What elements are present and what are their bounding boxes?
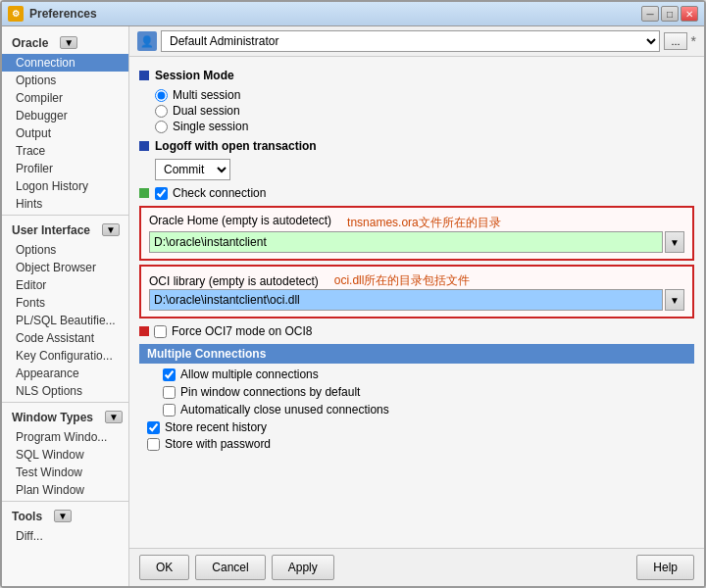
force-oci-checkbox[interactable]: [154, 325, 167, 338]
multiple-connections-header: Multiple Connections: [139, 344, 694, 364]
store-password-row: Store with password: [147, 437, 694, 451]
oracle-home-annotation: tnsnames.ora文件所在的目录: [347, 215, 501, 231]
logoff-section-title: Logoff with open transaction: [155, 139, 317, 153]
tools-group-toggle[interactable]: ▼: [54, 510, 72, 522]
sidebar-item-fonts[interactable]: Fonts: [2, 294, 128, 312]
allow-multiple-checkbox[interactable]: [163, 368, 176, 381]
window-types-group-toggle[interactable]: ▼: [105, 411, 123, 423]
check-connection-row: Check connection: [155, 186, 266, 200]
sidebar-item-logon-history[interactable]: Logon History: [2, 177, 128, 195]
radio-dual-label: Dual session: [173, 104, 240, 118]
maximize-button[interactable]: □: [661, 6, 679, 22]
sidebar-item-code-assistant[interactable]: Code Assistant: [2, 329, 128, 347]
sidebar-item-trace[interactable]: Trace: [2, 142, 128, 160]
ok-button[interactable]: OK: [139, 555, 189, 580]
sidebar-item-hints[interactable]: Hints: [2, 195, 128, 213]
sidebar-item-profiler[interactable]: Profiler: [2, 160, 128, 177]
store-recent-label: Store recent history: [165, 420, 267, 434]
logoff-row: Commit Rollback Ask: [155, 159, 694, 180]
multiple-connections-options: Allow multiple connections Pin window co…: [147, 368, 694, 416]
radio-row-multi: Multi session: [155, 88, 694, 102]
store-password-checkbox[interactable]: [147, 438, 160, 451]
session-mode-title: Session Mode: [155, 69, 234, 82]
bottom-left-buttons: OK Cancel Apply: [139, 555, 334, 580]
oracle-home-dropdown-row: ▼: [149, 231, 684, 253]
window-types-group-label: Window Types: [6, 407, 99, 426]
sidebar-item-plsql-beautifier[interactable]: PL/SQL Beautifie...: [2, 312, 128, 329]
session-mode-options: Multi session Dual session Single sessio…: [155, 88, 694, 133]
radio-multi-session[interactable]: [155, 89, 168, 102]
sidebar-item-editor[interactable]: Editor: [2, 276, 128, 294]
sidebar-divider-2: [2, 402, 128, 403]
help-button[interactable]: Help: [636, 555, 694, 580]
sidebar-item-options[interactable]: Options: [2, 72, 128, 89]
sidebar-item-appearance[interactable]: Appearance: [2, 365, 128, 382]
check-connection-label: Check connection: [173, 186, 266, 200]
auto-close-label: Automatically close unused connections: [180, 403, 389, 416]
oci-library-dropdown-row: ▼: [149, 289, 684, 311]
auto-close-row: Automatically close unused connections: [163, 403, 694, 416]
window-title: Preferences: [29, 7, 635, 21]
profile-ellipsis-button[interactable]: ...: [664, 32, 686, 50]
check-connection-header: Check connection: [139, 186, 694, 200]
logoff-section-header: Logoff with open transaction: [139, 139, 694, 153]
oci-library-dropdown-button[interactable]: ▼: [665, 289, 684, 311]
tools-group-label: Tools: [6, 506, 48, 525]
oci-library-input[interactable]: [149, 289, 663, 311]
oracle-group-label: Oracle: [6, 32, 54, 52]
cancel-button[interactable]: Cancel: [195, 555, 265, 580]
title-bar: ⚙ Preferences ─ □ ✕: [2, 2, 704, 26]
logoff-indicator: [139, 141, 149, 151]
sidebar-item-program-window[interactable]: Program Windo...: [2, 428, 128, 446]
sidebar-item-ui-options[interactable]: Options: [2, 241, 128, 259]
profile-select[interactable]: Default Administrator: [161, 30, 660, 52]
sidebar-item-test-window[interactable]: Test Window: [2, 464, 128, 481]
pin-window-row: Pin window connections by default: [163, 385, 694, 399]
pin-window-label: Pin window connections by default: [180, 385, 360, 399]
sidebar-item-sql-window[interactable]: SQL Window: [2, 446, 128, 464]
oracle-group-toggle[interactable]: ▼: [60, 36, 77, 49]
oracle-home-label: Oracle Home (empty is autodetect): [149, 214, 331, 227]
store-recent-row: Store recent history: [147, 420, 694, 434]
oracle-home-dropdown-button[interactable]: ▼: [665, 231, 684, 253]
oci-library-label: OCI library (empty is autodetect): [149, 274, 319, 288]
oracle-home-section: Oracle Home (empty is autodetect) tnsnam…: [139, 206, 694, 261]
store-password-label: Store with password: [165, 437, 271, 451]
sidebar-item-output[interactable]: Output: [2, 124, 128, 142]
check-connection-checkbox[interactable]: [155, 187, 168, 200]
ui-group-toggle[interactable]: ▼: [102, 223, 120, 236]
bottom-bar: OK Cancel Apply Help: [129, 548, 704, 586]
auto-close-checkbox[interactable]: [163, 404, 176, 416]
main-content: Oracle ▼ Connection Options Compiler Deb…: [2, 26, 704, 586]
sidebar-item-nls-options[interactable]: NLS Options: [2, 382, 128, 400]
profile-icon: 👤: [137, 31, 157, 51]
sidebar-item-key-configuration[interactable]: Key Configuratio...: [2, 347, 128, 365]
content-area: Session Mode Multi session Dual session …: [129, 57, 704, 548]
sidebar-item-plan-window[interactable]: Plan Window: [2, 481, 128, 499]
preferences-window: ⚙ Preferences ─ □ ✕ Oracle ▼ Connection …: [0, 0, 706, 588]
logoff-select[interactable]: Commit Rollback Ask: [155, 159, 230, 180]
apply-button[interactable]: Apply: [272, 555, 334, 580]
oracle-home-input[interactable]: [149, 231, 663, 253]
app-icon: ⚙: [8, 6, 24, 22]
allow-multiple-row: Allow multiple connections: [163, 368, 694, 381]
radio-row-dual: Dual session: [155, 104, 694, 118]
sidebar-item-debugger[interactable]: Debugger: [2, 107, 128, 124]
window-controls: ─ □ ✕: [641, 6, 698, 22]
radio-row-single: Single session: [155, 120, 694, 133]
sidebar-item-object-browser[interactable]: Object Browser: [2, 259, 128, 276]
pin-window-checkbox[interactable]: [163, 386, 176, 399]
sidebar-item-connection[interactable]: Connection: [2, 54, 128, 72]
store-recent-checkbox[interactable]: [147, 421, 160, 434]
close-button[interactable]: ✕: [681, 6, 698, 22]
radio-dual-session[interactable]: [155, 105, 168, 118]
oci-library-section: OCI library (empty is autodetect) oci.dl…: [139, 265, 694, 318]
ui-group-label: User Interface: [6, 220, 96, 239]
radio-single-session[interactable]: [155, 121, 168, 133]
sidebar-item-compiler[interactable]: Compiler: [2, 89, 128, 107]
minimize-button[interactable]: ─: [641, 6, 659, 22]
right-panel: 👤 Default Administrator ... * Session Mo…: [129, 26, 704, 586]
radio-single-label: Single session: [173, 120, 248, 133]
sidebar-item-diff[interactable]: Diff...: [2, 527, 128, 545]
session-mode-indicator: [139, 71, 149, 80]
